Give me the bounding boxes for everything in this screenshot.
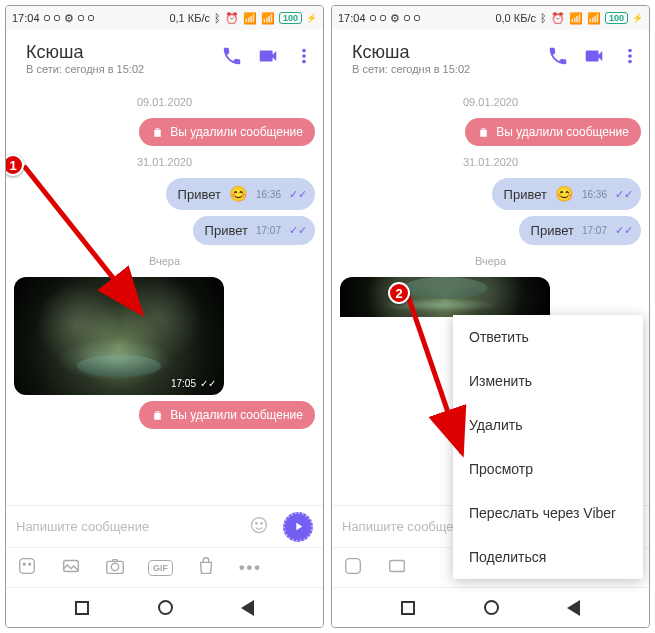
android-nav-bar [6, 587, 323, 627]
message-text: Привет [205, 223, 248, 238]
sticker-icon[interactable] [16, 555, 38, 581]
deleted-message[interactable]: Вы удалили сообщение [139, 118, 315, 146]
camera-icon[interactable] [104, 555, 126, 581]
svg-point-1 [256, 522, 258, 524]
status-indicator-icon [380, 15, 386, 21]
svg-point-5 [29, 563, 31, 565]
read-checks-icon: ✓✓ [289, 188, 307, 201]
status-indicator-icon [414, 15, 420, 21]
menu-item-forward-viber[interactable]: Переслать через Viber [453, 491, 643, 535]
voice-call-icon[interactable] [547, 45, 569, 71]
message-time: 16:36 [256, 189, 281, 200]
menu-item-view[interactable]: Просмотр [453, 447, 643, 491]
shop-icon[interactable] [195, 555, 217, 581]
gallery-icon[interactable] [386, 555, 408, 581]
more-icon[interactable] [293, 45, 315, 71]
chat-header: Ксюша В сети: сегодня в 15:02 [332, 30, 649, 86]
chat-header: Ксюша В сети: сегодня в 15:02 [6, 30, 323, 86]
svg-point-2 [261, 522, 263, 524]
chat-scroll[interactable]: 09.01.2020 Вы удалили сообщение 31.01.20… [6, 86, 323, 505]
network-speed: 0,1 КБ/с [169, 12, 210, 24]
status-indicator-icon [44, 15, 50, 21]
signal-icon: 📶 [569, 12, 583, 25]
network-speed: 0,0 КБ/с [495, 12, 536, 24]
deleted-text: Вы удалили сообщение [170, 125, 303, 139]
image-thumbnail[interactable]: 17:05 ✓✓ [14, 277, 224, 395]
date-separator: Вчера [14, 255, 315, 267]
message-bubble[interactable]: Привет 😊 16:36 ✓✓ [492, 178, 641, 210]
input-bar: Напишите сообщение [6, 505, 323, 547]
deleted-message[interactable]: Вы удалили сообщение [465, 118, 641, 146]
image-message-row: 17:05 ✓✓ [14, 277, 315, 395]
svg-rect-3 [20, 558, 35, 573]
battery-indicator: 100 [279, 12, 302, 24]
phone-left: 17:04 ⚙ 0,1 КБ/с ᛒ ⏰ 📶 📶 100 ⚡ Ксюша В с… [5, 5, 324, 628]
message-text: Привет [504, 187, 547, 202]
read-checks-icon: ✓✓ [200, 378, 216, 389]
deleted-message[interactable]: Вы удалили сообщение [139, 401, 315, 429]
nav-recent-icon[interactable] [75, 601, 89, 615]
gallery-icon[interactable] [60, 555, 82, 581]
attachment-row: GIF ••• [6, 547, 323, 587]
charging-icon: ⚡ [306, 13, 317, 23]
wifi-icon: 📶 [261, 12, 275, 25]
message-text: Привет [531, 223, 574, 238]
deleted-text: Вы удалили сообщение [496, 125, 629, 139]
message-time: 17:07 [256, 225, 281, 236]
context-menu: Ответить Изменить Удалить Просмотр Перес… [453, 315, 643, 579]
android-nav-bar [332, 587, 649, 627]
status-bar: 17:04 ⚙ 0,0 КБ/с ᛒ ⏰ 📶 📶 100 ⚡ [332, 6, 649, 30]
image-message[interactable] [340, 277, 550, 317]
nav-home-icon[interactable] [158, 600, 173, 615]
sticker-icon[interactable] [342, 555, 364, 581]
message-bubble[interactable]: Привет 17:07 ✓✓ [193, 216, 315, 245]
message-time: 17:07 [582, 225, 607, 236]
chat-title[interactable]: Ксюша [352, 42, 470, 63]
date-separator: Вчера [340, 255, 641, 267]
menu-item-reply[interactable]: Ответить [453, 315, 643, 359]
signal-icon: 📶 [243, 12, 257, 25]
video-call-icon[interactable] [583, 45, 605, 71]
battery-indicator: 100 [605, 12, 628, 24]
more-attachments-icon[interactable]: ••• [239, 559, 262, 577]
svg-rect-11 [390, 560, 405, 571]
phone-right: 17:04 ⚙ 0,0 КБ/с ᛒ ⏰ 📶 📶 100 ⚡ Ксюша В с… [331, 5, 650, 628]
voice-call-icon[interactable] [221, 45, 243, 71]
deleted-text: Вы удалили сообщение [170, 408, 303, 422]
more-icon[interactable] [619, 45, 641, 71]
video-call-icon[interactable] [257, 45, 279, 71]
svg-rect-10 [346, 558, 361, 573]
status-indicator-icon [54, 15, 60, 21]
chat-subtitle: В сети: сегодня в 15:02 [26, 63, 144, 75]
menu-item-share[interactable]: Поделиться [453, 535, 643, 579]
nav-back-icon[interactable] [567, 600, 580, 616]
annotation-badge-2: 2 [388, 282, 410, 304]
nav-home-icon[interactable] [484, 600, 499, 615]
message-bubble[interactable]: Привет 😊 16:36 ✓✓ [166, 178, 315, 210]
alarm-icon: ⏰ [225, 12, 239, 25]
message-bubble[interactable]: Привет 17:07 ✓✓ [519, 216, 641, 245]
status-bar: 17:04 ⚙ 0,1 КБ/с ᛒ ⏰ 📶 📶 100 ⚡ [6, 6, 323, 30]
wifi-icon: 📶 [587, 12, 601, 25]
status-indicator-icon [370, 15, 376, 21]
image-message-row [340, 277, 641, 317]
alarm-icon: ⏰ [551, 12, 565, 25]
nav-back-icon[interactable] [241, 600, 254, 616]
smile-emoji-icon: 😊 [229, 185, 248, 203]
gear-icon: ⚙ [390, 12, 400, 25]
status-indicator-icon [404, 15, 410, 21]
send-button[interactable] [283, 512, 313, 542]
chat-title[interactable]: Ксюша [26, 42, 144, 63]
emoji-picker-icon[interactable] [249, 515, 269, 539]
image-message[interactable]: 17:05 ✓✓ [14, 277, 224, 395]
svg-point-4 [23, 563, 25, 565]
gif-icon[interactable]: GIF [148, 560, 173, 576]
menu-item-edit[interactable]: Изменить [453, 359, 643, 403]
message-input[interactable]: Напишите сообщение [16, 519, 149, 534]
date-separator: 09.01.2020 [340, 96, 641, 108]
menu-item-delete[interactable]: Удалить [453, 403, 643, 447]
nav-recent-icon[interactable] [401, 601, 415, 615]
date-separator: 31.01.2020 [340, 156, 641, 168]
svg-point-8 [111, 563, 118, 570]
image-thumbnail[interactable] [340, 277, 550, 317]
